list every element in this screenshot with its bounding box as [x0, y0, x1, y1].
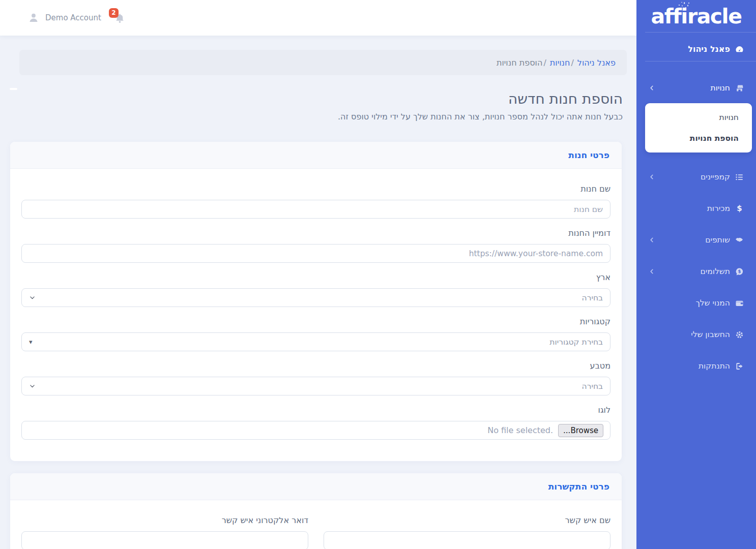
sidebar-item-sales[interactable]: $ מכירות: [636, 202, 756, 215]
sidebar-item-label: חנויות: [711, 82, 730, 94]
contact-email-input[interactable]: [21, 531, 308, 549]
sidebar: affiracle פאנל ניהול: [636, 0, 756, 549]
dollar-icon: $: [735, 204, 744, 213]
submenu-item-add-stores[interactable]: הוספת חנויות: [658, 133, 739, 143]
breadcrumb-separator: /: [571, 58, 573, 68]
logo-label: לוגו: [21, 405, 610, 415]
sidebar-nav: חנויות חנויות הוספת חנויות קמפיינים: [636, 62, 756, 372]
page-subtitle: כבעל חנות אתה יכול לנהל מספר חנויות, צור…: [10, 112, 623, 121]
caret-down-icon: ▾: [29, 339, 33, 345]
stores-submenu: חנויות הוספת חנויות: [645, 103, 752, 152]
user-icon: [28, 12, 39, 23]
sidebar-item-campaigns[interactable]: קמפיינים: [636, 171, 756, 183]
comment-dollar-icon: $: [735, 267, 744, 276]
chevron-left-icon: [649, 174, 655, 180]
decorative-dash: [10, 88, 17, 90]
notification-badge: 2: [109, 8, 119, 18]
sidebar-item-label: שותפים: [705, 234, 730, 246]
breadcrumb-link-dashboard[interactable]: פאנל ניהול: [577, 58, 616, 68]
breadcrumb-link-stores[interactable]: חנויות: [550, 58, 570, 68]
country-group: ארץ בחירה: [21, 272, 610, 307]
list-icon: [735, 173, 744, 181]
store-name-label: שם חנות: [21, 184, 610, 194]
categories-multiselect[interactable]: בחירת קטגוריות ▾: [21, 332, 610, 351]
contact-details-card: פרטי התקשרות שם איש קשר דואר אלקטרוני אי…: [10, 473, 622, 549]
currency-select[interactable]: בחירה: [21, 377, 610, 395]
sidebar-item-label: פאנל ניהול: [688, 44, 730, 54]
country-selected-value: בחירה: [582, 293, 603, 302]
page-title: הוספת חנות חדשה: [10, 90, 623, 107]
store-icon: [735, 84, 744, 93]
contact-name-input[interactable]: [324, 531, 610, 549]
sidebar-item-label: קמפיינים: [701, 171, 730, 183]
contact-details-card-title: פרטי התקשרות: [10, 473, 622, 500]
logout-icon: [735, 362, 744, 371]
logo-file-input[interactable]: ...Browse No file selected.: [21, 421, 610, 440]
sidebar-item-dashboard[interactable]: פאנל ניהול: [636, 33, 756, 61]
categories-selected-value: בחירת קטגוריות: [549, 338, 603, 347]
submenu-item-stores[interactable]: חנויות: [658, 112, 739, 123]
sidebar-item-logout[interactable]: התנתקות: [636, 360, 756, 372]
gauge-icon: [735, 45, 744, 53]
page-header: הוספת חנות חדשה כבעל חנות אתה יכול לנהל …: [10, 90, 623, 121]
sidebar-item-label: מכירות: [707, 202, 730, 215]
categories-group: קטגוריות בחירת קטגוריות ▾: [21, 317, 610, 351]
store-domain-group: דומיין החנות: [21, 228, 610, 263]
breadcrumb-current: הוספת חנויות: [497, 58, 542, 68]
chevron-down-icon: [29, 294, 36, 301]
store-domain-label: דומיין החנות: [21, 228, 610, 238]
currency-group: מטבע בחירה: [21, 361, 610, 395]
logo-group: לוגו ...Browse No file selected.: [21, 405, 610, 440]
sidebar-item-label: התנתקות: [699, 360, 730, 372]
currency-selected-value: בחירה: [582, 382, 603, 391]
sidebar-item-partners[interactable]: שותפים: [636, 234, 756, 246]
notifications-button[interactable]: 2: [114, 13, 125, 23]
chevron-left-icon: [649, 268, 655, 274]
categories-label: קטגוריות: [21, 317, 610, 326]
contact-name-label: שם איש קשר: [324, 515, 610, 525]
sidebar-item-payments[interactable]: $ תשלומים: [636, 265, 756, 278]
store-details-card-title: פרטי חנות: [10, 142, 622, 169]
currency-label: מטבע: [21, 361, 610, 371]
main-area: Demo Account 2 פאנל ניהול / חנויות / הוס…: [0, 0, 636, 549]
store-domain-input[interactable]: [21, 244, 610, 263]
sidebar-item-subscription[interactable]: המנוי שלך: [636, 297, 756, 309]
store-name-group: שם חנות: [21, 184, 610, 219]
handshake-icon: [735, 236, 744, 245]
svg-text:$: $: [738, 269, 741, 274]
app-logo[interactable]: affiracle: [636, 0, 756, 32]
top-header: Demo Account 2: [0, 0, 636, 36]
user-name: Demo Account: [45, 13, 101, 22]
country-label: ארץ: [21, 272, 610, 282]
chevron-left-icon: [649, 85, 655, 91]
breadcrumb: פאנל ניהול / חנויות / הוספת חנויות: [19, 50, 627, 75]
sparkles-icon: [675, 1, 692, 12]
contact-name-group: שם איש קשר: [324, 515, 610, 549]
contact-email-label: דואר אלקטרוני איש קשר: [21, 515, 308, 525]
sidebar-item-account[interactable]: החשבון שלי: [636, 328, 756, 341]
breadcrumb-separator: /: [543, 58, 546, 68]
gear-icon: [735, 330, 744, 339]
logo-text: affiracle: [651, 4, 742, 28]
sidebar-item-label: החשבון שלי: [691, 328, 730, 341]
contact-email-group: דואר אלקטרוני איש קשר: [21, 515, 308, 549]
store-name-input[interactable]: [21, 200, 610, 219]
wallet-icon: [735, 299, 744, 308]
browse-button[interactable]: ...Browse: [558, 424, 603, 437]
store-details-card: פרטי חנות שם חנות דומיין החנות ארץ בחירה: [10, 142, 622, 461]
sidebar-item-label: תשלומים: [701, 265, 730, 278]
file-status-text: No file selected.: [487, 425, 553, 435]
chevron-down-icon: [29, 383, 36, 389]
chevron-left-icon: [649, 237, 655, 243]
sidebar-item-label: המנוי שלך: [695, 297, 730, 309]
sidebar-item-stores[interactable]: חנויות: [636, 82, 756, 94]
country-select[interactable]: בחירה: [21, 288, 610, 307]
user-menu[interactable]: Demo Account: [28, 12, 101, 23]
